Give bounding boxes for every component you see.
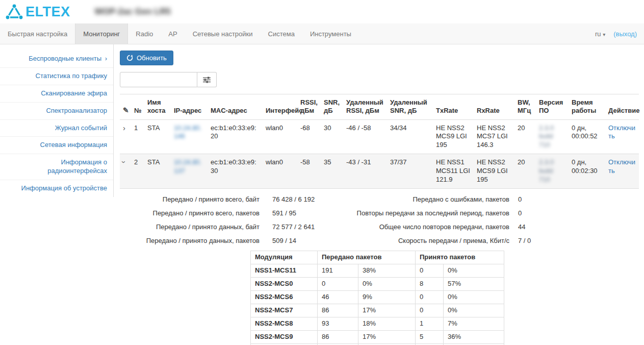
- client-remote-rssi: -43 / -31: [343, 154, 387, 189]
- sidebar-item-device-info[interactable]: Информация об устройстве: [0, 180, 113, 197]
- rx-percent: 0%: [444, 304, 504, 317]
- col-rx-packets: Принято пакетов: [416, 251, 504, 264]
- client-snr: 35: [321, 154, 343, 189]
- table-row: › 1 STA 10.24.80.146 ec:b1:e0:33:e9:20 w…: [120, 119, 639, 154]
- stat-label: Передано / принято всего, пакетов: [120, 207, 260, 220]
- client-details: Передано / принято всего, байт76 428 / 6…: [120, 193, 639, 248]
- tx-percent: 17%: [358, 304, 416, 317]
- mcs-name: NSS2-MCS6: [251, 291, 318, 304]
- client-action: Отключить: [605, 154, 639, 189]
- chevron-down-icon: ▾: [603, 32, 605, 37]
- col-mac: MAC-адрес: [208, 94, 263, 120]
- client-uptime: 0 дн, 00:02:30: [569, 154, 605, 189]
- eltex-logo: ELTEX: [5, 4, 70, 20]
- filter-sliders-icon: [203, 77, 211, 83]
- client-hostname: STA: [144, 154, 171, 189]
- tab-network-settings[interactable]: Сетевые настройки: [185, 23, 261, 44]
- mcs-name: NSS2-MCS8: [251, 317, 318, 330]
- stat-label: Передано / принято данных, байт: [120, 220, 260, 234]
- sidebar-item-spectrum-analyzer[interactable]: Спектроанализатор: [0, 103, 113, 120]
- top-bar: ELTEX WOP-2ac Gen LR5: [0, 0, 644, 23]
- col-remote-rssi: Удаленный RSSI, дБм: [343, 94, 387, 120]
- rx-percent: 57%: [444, 278, 504, 291]
- stat-value: 509 / 14: [260, 234, 341, 248]
- tx-count: 93: [318, 317, 358, 330]
- client-number: 2: [131, 154, 144, 189]
- rx-percent: 0%: [444, 264, 504, 278]
- language-selector[interactable]: ru ▾: [595, 30, 605, 38]
- expander-cell: ›: [120, 154, 131, 189]
- client-remote-snr: 37/37: [387, 154, 433, 189]
- client-uptime: 0 дн, 00:00:52: [569, 119, 605, 154]
- client-mac: ec:b1:e0:33:e9:30: [208, 154, 263, 189]
- sidebar-item-radio-interfaces-info[interactable]: Информация о радиоинтерфейсах: [0, 154, 113, 180]
- modulation-row: NSS2-MCS0 0 0% 8 57%: [251, 278, 504, 291]
- stat-label: Повторы передачи за последний период, па…: [341, 207, 509, 220]
- tx-percent: 38%: [358, 264, 416, 278]
- logout-link[interactable]: (выход): [613, 30, 637, 38]
- language-label: ru: [595, 30, 601, 38]
- client-ip: 10.24.80.146: [171, 119, 208, 154]
- col-hostname: Имя хоста: [144, 94, 171, 120]
- client-rxrate: HE NSS2 MCS7 LGI 146.3: [474, 119, 514, 154]
- tab-radio[interactable]: Radio: [128, 23, 161, 44]
- modulation-row: NSS2-MCS6 46 9% 0 0%: [251, 291, 504, 304]
- stat-value: 72 577 / 2 641: [260, 220, 341, 234]
- col-rssi: RSSI, дБм: [297, 94, 321, 120]
- collapse-row-icon[interactable]: ›: [120, 161, 128, 163]
- client-bw: 20: [514, 119, 536, 154]
- client-hostname: STA: [144, 119, 171, 154]
- col-number: №: [131, 94, 144, 120]
- tab-tools[interactable]: Инструменты: [302, 23, 359, 44]
- client-ip-value: 10.24.80.137: [174, 158, 201, 175]
- stat-label: Скорость передачи / приема, Кбит/с: [341, 234, 509, 248]
- col-fw-version: Версия ПО: [536, 94, 569, 120]
- rx-count: 1: [416, 317, 444, 330]
- sidebar-item-network-info[interactable]: Сетевая информация: [0, 137, 113, 154]
- rx-count: 0: [416, 264, 444, 278]
- modulation-table: Модуляция Передано пакетов Принято пакет…: [250, 251, 504, 345]
- client-bw: 20: [514, 154, 536, 189]
- tab-ap[interactable]: AP: [161, 23, 185, 44]
- stat-label: Передано / принято всего, байт: [120, 193, 260, 207]
- expand-row-icon[interactable]: ›: [123, 124, 125, 132]
- search-input[interactable]: [120, 72, 197, 87]
- sidebar-item-event-log[interactable]: Журнал событий: [0, 120, 113, 137]
- modulation-row: NSS2-MCS7 86 17% 0 0%: [251, 304, 504, 317]
- logo-text: ELTEX: [25, 4, 70, 20]
- stat-label: Общее число повторов передачи, пакетов: [341, 220, 509, 234]
- stat-value: 7 / 0: [509, 234, 531, 248]
- client-ip: 10.24.80.137: [171, 154, 208, 189]
- pencil-icon[interactable]: ✎: [123, 106, 129, 114]
- tab-monitoring[interactable]: Мониторинг: [75, 23, 128, 44]
- eltex-triangle-icon: [5, 4, 23, 20]
- sidebar-item-traffic-stats[interactable]: Статистика по трафику: [0, 68, 113, 85]
- refresh-button[interactable]: Обновить: [120, 51, 173, 65]
- disconnect-link[interactable]: Отключить: [608, 158, 635, 175]
- tx-count: 191: [318, 264, 358, 278]
- modulation-row: NSS2-MCS9 86 17% 5 36%: [251, 330, 504, 343]
- sidebar-item-wireless-clients[interactable]: Беспроводные клиенты ›: [0, 51, 113, 68]
- stat-value: 0: [509, 207, 531, 220]
- client-fw-value: 2.3.0 build 710: [539, 158, 554, 183]
- disconnect-link[interactable]: Отключить: [608, 124, 635, 140]
- col-tx-packets: Передано пакетов: [318, 251, 416, 264]
- mcs-name: NSS1-MCS11: [251, 264, 318, 278]
- nav-right: ru ▾ (выход): [595, 23, 644, 44]
- stat-label: Передано с ошибками, пакетов: [341, 193, 509, 207]
- modulation-header-row: Модуляция Передано пакетов Принято пакет…: [251, 251, 504, 264]
- client-action: Отключить: [605, 119, 639, 154]
- tab-system[interactable]: Система: [261, 23, 302, 44]
- stat-value: 591 / 95: [260, 207, 341, 220]
- sidebar-item-air-scan[interactable]: Сканирование эфира: [0, 85, 113, 103]
- tab-quick-setup[interactable]: Быстрая настройка: [0, 23, 75, 44]
- client-fw-value: 2.3.0 build 710: [539, 124, 554, 149]
- refresh-icon: [126, 55, 133, 61]
- filter-button[interactable]: [197, 72, 217, 87]
- device-title: WOP-2ac Gen LR5: [95, 7, 171, 17]
- rx-count: 0: [416, 304, 444, 317]
- client-rssi: -58: [297, 154, 321, 189]
- main-content: Обновить: [114, 44, 644, 345]
- col-rxrate: RxRate: [474, 94, 514, 120]
- rx-count: 0: [416, 291, 444, 304]
